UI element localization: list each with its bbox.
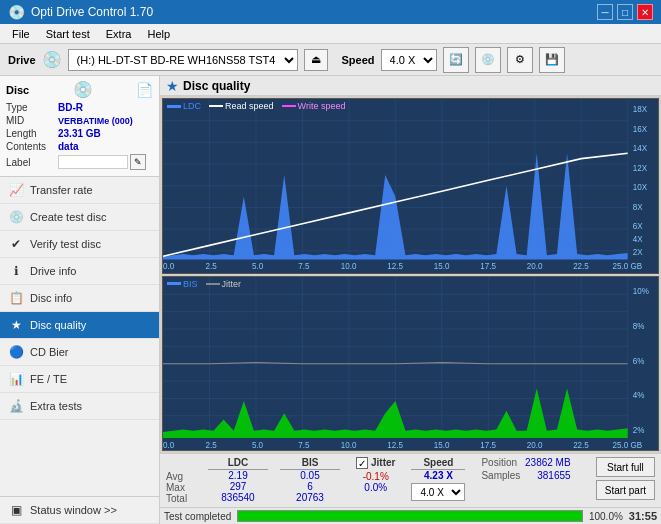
svg-text:10X: 10X bbox=[633, 182, 648, 192]
svg-text:17.5: 17.5 bbox=[480, 439, 496, 450]
nav-item-cd-bier[interactable]: 🔵 CD Bier bbox=[0, 339, 159, 366]
create-test-disc-icon: 💿 bbox=[8, 209, 24, 225]
bis-chart: BIS Jitter bbox=[162, 276, 659, 452]
drive-info-icon: ℹ bbox=[8, 263, 24, 279]
label-edit-button[interactable]: ✎ bbox=[130, 154, 146, 170]
eject-button[interactable]: ⏏ bbox=[304, 49, 328, 71]
jitter-checkbox[interactable]: ✓ bbox=[356, 457, 368, 469]
content-area: ★ Disc quality LDC Read speed bbox=[160, 76, 661, 524]
speed-col-header: Speed bbox=[411, 457, 465, 470]
quality-header: ★ Disc quality bbox=[160, 76, 661, 96]
settings-button[interactable]: ⚙ bbox=[507, 47, 533, 73]
label-label: Label bbox=[6, 157, 58, 168]
disc-panel-icon: 💿 bbox=[73, 80, 93, 99]
drive-label: Drive bbox=[8, 54, 36, 66]
transfer-rate-icon: 📈 bbox=[8, 182, 24, 198]
jitter-avg: -0.1% bbox=[356, 471, 395, 482]
svg-text:10.0: 10.0 bbox=[341, 261, 357, 271]
svg-text:2X: 2X bbox=[633, 247, 643, 257]
svg-text:22.5: 22.5 bbox=[573, 439, 589, 450]
menu-start-test[interactable]: Start test bbox=[38, 26, 98, 42]
avg-row-label: Avg bbox=[166, 471, 196, 482]
svg-text:15.0: 15.0 bbox=[434, 439, 450, 450]
elapsed-time: 31:55 bbox=[629, 510, 657, 522]
refresh-button[interactable]: 🔄 bbox=[443, 47, 469, 73]
transfer-rate-label: Transfer rate bbox=[30, 184, 151, 196]
jitter-legend: Jitter bbox=[222, 279, 242, 289]
svg-text:0.0: 0.0 bbox=[163, 261, 175, 271]
disc-button[interactable]: 💿 bbox=[475, 47, 501, 73]
disc-quality-label: Disc quality bbox=[30, 319, 151, 331]
bis-legend: BIS bbox=[183, 279, 198, 289]
bottom-panel: Avg Max Total LDC 2.19 297 836540 BIS 0.… bbox=[160, 453, 661, 524]
length-value: 23.31 GB bbox=[58, 128, 101, 139]
status-window-button[interactable]: ▣ Status window >> bbox=[0, 497, 159, 524]
svg-text:8%: 8% bbox=[633, 320, 645, 331]
start-part-button[interactable]: Start part bbox=[596, 480, 655, 500]
disc-quality-icon: ★ bbox=[8, 317, 24, 333]
length-label: Length bbox=[6, 128, 58, 139]
jitter-max: 0.0% bbox=[356, 482, 395, 493]
quality-header-icon: ★ bbox=[166, 78, 179, 94]
svg-text:5.0: 5.0 bbox=[252, 439, 263, 450]
nav-item-transfer-rate[interactable]: 📈 Transfer rate bbox=[0, 177, 159, 204]
svg-text:0.0: 0.0 bbox=[163, 439, 174, 450]
ldc-avg: 2.19 bbox=[228, 470, 247, 481]
nav-item-fe-te[interactable]: 📊 FE / TE bbox=[0, 366, 159, 393]
svg-text:4X: 4X bbox=[633, 234, 643, 244]
speed-label: Speed bbox=[342, 54, 375, 66]
status-window-label: Status window >> bbox=[30, 504, 151, 516]
svg-text:5.0: 5.0 bbox=[252, 261, 264, 271]
progress-percent: 100.0% bbox=[589, 511, 623, 522]
svg-text:16X: 16X bbox=[633, 123, 648, 133]
svg-text:10%: 10% bbox=[633, 285, 649, 296]
nav-item-verify-test-disc[interactable]: ✔ Verify test disc bbox=[0, 231, 159, 258]
svg-text:2.5: 2.5 bbox=[205, 439, 216, 450]
menu-help[interactable]: Help bbox=[139, 26, 178, 42]
quality-header-title: Disc quality bbox=[183, 79, 250, 93]
minimize-button[interactable]: ─ bbox=[597, 4, 613, 20]
type-label: Type bbox=[6, 102, 58, 113]
disc-type-icon: 📄 bbox=[136, 82, 153, 98]
svg-text:20.0: 20.0 bbox=[527, 439, 543, 450]
speed-select-stats[interactable]: 4.0 X bbox=[411, 483, 465, 501]
titlebar: 💿 Opti Drive Control 1.70 ─ □ ✕ bbox=[0, 0, 661, 24]
svg-text:7.5: 7.5 bbox=[298, 439, 309, 450]
read-speed-legend: Read speed bbox=[225, 101, 274, 111]
svg-text:12X: 12X bbox=[633, 162, 648, 172]
speed-select[interactable]: 4.0 X bbox=[381, 49, 437, 71]
contents-label: Contents bbox=[6, 141, 58, 152]
nav-item-extra-tests[interactable]: 🔬 Extra tests bbox=[0, 393, 159, 420]
jitter-col-header: Jitter bbox=[371, 457, 395, 469]
progress-bar-outer bbox=[237, 510, 583, 522]
ldc-chart-svg: 18X 16X 14X 12X 10X 8X 6X 4X 2X 300 250 … bbox=[163, 99, 658, 273]
drive-icon: 💿 bbox=[42, 50, 62, 69]
menu-extra[interactable]: Extra bbox=[98, 26, 140, 42]
menubar: File Start test Extra Help bbox=[0, 24, 661, 44]
disc-panel: Disc 💿 📄 Type BD-R MID VERBATIMe (000) L… bbox=[0, 76, 159, 177]
ldc-max: 297 bbox=[230, 481, 247, 492]
save-button[interactable]: 💾 bbox=[539, 47, 565, 73]
bis-max: 6 bbox=[307, 481, 313, 492]
nav-item-drive-info[interactable]: ℹ Drive info bbox=[0, 258, 159, 285]
fe-te-label: FE / TE bbox=[30, 373, 151, 385]
type-value: BD-R bbox=[58, 102, 83, 113]
nav-item-create-test-disc[interactable]: 💿 Create test disc bbox=[0, 204, 159, 231]
charts-area: LDC Read speed Write speed bbox=[160, 96, 661, 453]
close-button[interactable]: ✕ bbox=[637, 4, 653, 20]
mid-value: VERBATIMe (000) bbox=[58, 116, 133, 126]
write-speed-legend: Write speed bbox=[298, 101, 346, 111]
drive-select[interactable]: (H:) HL-DT-ST BD-RE WH16NS58 TST4 bbox=[68, 49, 298, 71]
svg-text:20.0: 20.0 bbox=[527, 261, 543, 271]
maximize-button[interactable]: □ bbox=[617, 4, 633, 20]
svg-text:25.0 GB: 25.0 GB bbox=[613, 261, 643, 271]
nav-item-disc-info[interactable]: 📋 Disc info bbox=[0, 285, 159, 312]
nav-item-disc-quality[interactable]: ★ Disc quality bbox=[0, 312, 159, 339]
status-window-icon: ▣ bbox=[8, 502, 24, 518]
label-input[interactable] bbox=[58, 155, 128, 169]
bis-total: 20763 bbox=[296, 492, 324, 503]
menu-file[interactable]: File bbox=[4, 26, 38, 42]
start-full-button[interactable]: Start full bbox=[596, 457, 655, 477]
speed-value: 4.23 X bbox=[424, 470, 453, 481]
drive-info-label: Drive info bbox=[30, 265, 151, 277]
